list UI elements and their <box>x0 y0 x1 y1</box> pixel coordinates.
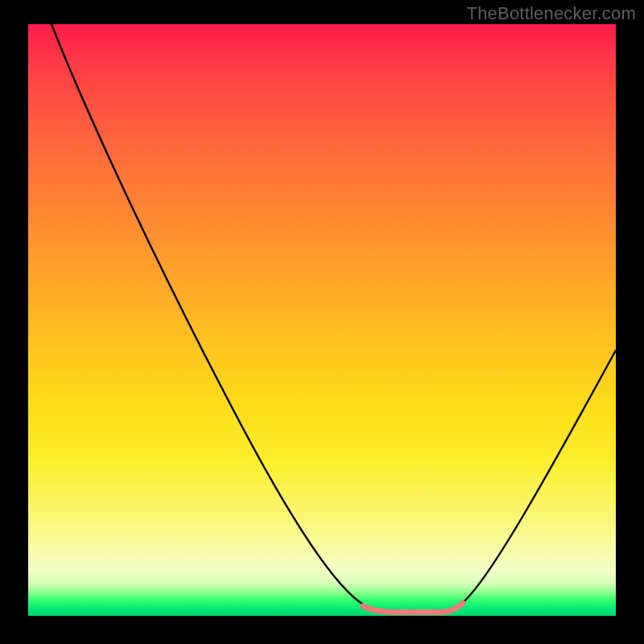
optimal-range-marker <box>363 603 463 613</box>
curve-svg <box>28 24 616 616</box>
plot-area <box>28 24 616 616</box>
bottleneck-curve <box>52 24 616 612</box>
chart-frame: TheBottlenecker.com <box>0 0 644 644</box>
watermark-text: TheBottlenecker.com <box>467 3 636 24</box>
